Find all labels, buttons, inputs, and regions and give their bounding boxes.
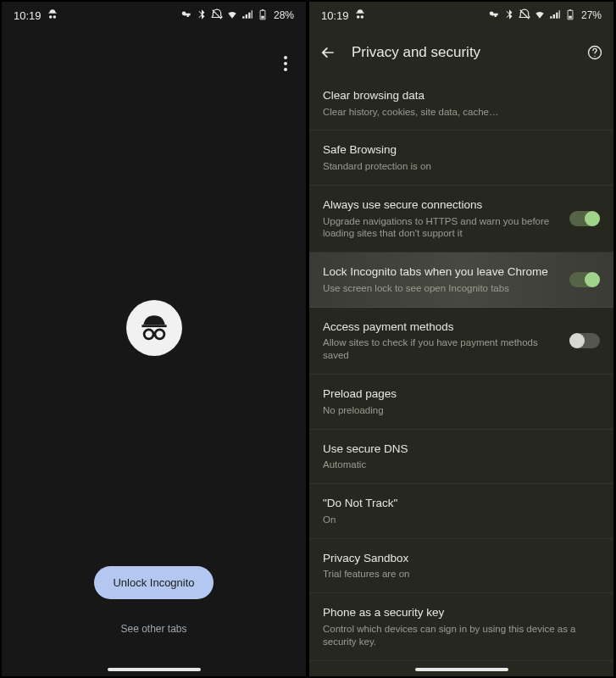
status-time: 10:19 — [321, 9, 349, 22]
key-icon — [180, 8, 192, 23]
key-icon — [488, 8, 500, 23]
nav-bar-indicator[interactable] — [415, 668, 508, 671]
overflow-menu-button[interactable] — [277, 53, 294, 75]
row-title: Preload pages — [323, 386, 600, 402]
settings-list[interactable]: Clear browsing dataClear history, cookie… — [309, 76, 613, 664]
battery-icon — [257, 8, 269, 23]
toggle-switch[interactable] — [569, 272, 600, 287]
svg-point-4 — [154, 330, 164, 339]
toggle-switch[interactable] — [569, 211, 600, 226]
footer-note: For more settings that relate to privacy… — [309, 661, 613, 664]
bluetooth-icon — [196, 8, 208, 23]
svg-rect-6 — [569, 9, 571, 10]
incognito-status-icon — [47, 8, 58, 23]
row-subtitle: No preloading — [323, 404, 600, 417]
row-title: Safe Browsing — [323, 142, 600, 158]
row-subtitle: Use screen lock to see open Incognito ta… — [323, 282, 561, 295]
row-subtitle: Standard protection is on — [323, 160, 600, 173]
row-subtitle: Clear history, cookies, site data, cache… — [323, 106, 600, 119]
row-title: Privacy Sandbox — [323, 551, 600, 566]
settings-row[interactable]: Clear browsing dataClear history, cookie… — [309, 76, 613, 131]
svg-rect-1 — [262, 9, 264, 10]
row-title: "Do Not Track" — [323, 496, 600, 511]
settings-row[interactable]: Preload pagesNo preloading — [309, 375, 613, 429]
settings-row[interactable]: Access payment methodsAllow sites to che… — [309, 308, 613, 375]
row-title: Clear browsing data — [323, 88, 600, 103]
settings-row[interactable]: "Do Not Track"On — [309, 484, 613, 538]
svg-point-3 — [144, 330, 153, 339]
settings-row[interactable]: Lock Incognito tabs when you leave Chrom… — [309, 253, 613, 307]
svg-rect-5 — [569, 15, 572, 18]
signal-icon — [549, 8, 561, 23]
svg-rect-0 — [261, 15, 264, 18]
toggle-switch[interactable] — [569, 333, 600, 348]
row-title: Lock Incognito tabs when you leave Chrom… — [323, 264, 561, 280]
row-subtitle: Control which devices can sign in by usi… — [323, 623, 600, 648]
signal-icon — [241, 8, 253, 23]
row-title: Access payment methods — [323, 320, 561, 335]
incognito-status-icon — [354, 8, 366, 23]
left-phone-screen: 10:19 28% — [0, 0, 308, 678]
right-phone-screen: 10:19 27% Privacy and security Clear bro… — [308, 0, 615, 678]
row-title: Use secure DNS — [323, 442, 600, 457]
see-other-tabs-link[interactable]: See other tabs — [120, 623, 186, 635]
incognito-icon — [126, 300, 182, 356]
battery-percent: 27% — [581, 9, 602, 21]
unlock-incognito-button[interactable]: Unlock Incognito — [94, 566, 213, 599]
dnd-icon — [211, 8, 223, 23]
battery-percent: 28% — [274, 9, 294, 21]
row-subtitle: Trial features are on — [323, 568, 600, 581]
row-subtitle: Upgrade navigations to HTTPS and warn yo… — [323, 215, 561, 241]
settings-row[interactable]: Phone as a security keyControl which dev… — [309, 593, 613, 660]
row-subtitle: Allow sites to check if you have payment… — [323, 336, 561, 362]
app-bar: Privacy and security — [309, 29, 613, 76]
settings-row[interactable]: Always use secure connectionsUpgrade nav… — [309, 186, 613, 253]
battery-icon — [564, 8, 576, 23]
row-title: Always use secure connections — [323, 197, 561, 213]
page-title: Privacy and security — [352, 44, 571, 61]
help-icon[interactable] — [586, 44, 603, 61]
status-bar: 10:19 28% — [2, 2, 306, 29]
settings-row[interactable]: Use secure DNSAutomatic — [309, 430, 613, 484]
wifi-icon — [226, 8, 238, 23]
status-time: 10:19 — [14, 9, 42, 22]
status-bar: 10:19 27% — [309, 2, 613, 29]
settings-row[interactable]: Safe BrowsingStandard protection is on — [309, 131, 613, 185]
row-title: Phone as a security key — [323, 605, 600, 620]
nav-bar-indicator[interactable] — [108, 668, 201, 671]
wifi-icon — [534, 8, 546, 23]
back-button[interactable] — [319, 44, 336, 61]
dnd-icon — [519, 8, 530, 23]
bluetooth-icon — [503, 8, 515, 23]
settings-row[interactable]: Privacy SandboxTrial features are on — [309, 539, 613, 593]
row-subtitle: On — [323, 514, 600, 526]
row-subtitle: Automatic — [323, 458, 600, 471]
incognito-lock-panel: Unlock Incognito See other tabs — [2, 300, 306, 635]
svg-rect-2 — [142, 325, 166, 327]
